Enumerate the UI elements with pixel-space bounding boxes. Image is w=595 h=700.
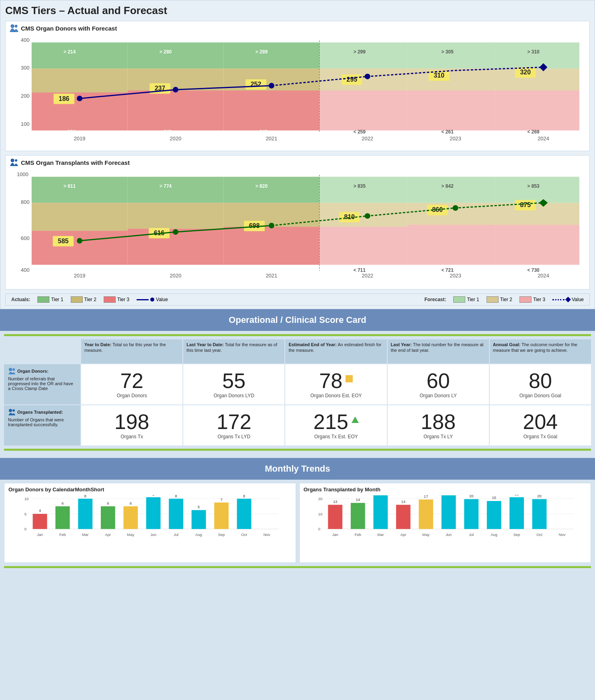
- tier3-forecast-label: Tier 3: [533, 297, 545, 302]
- value-forecast-diamond: [565, 297, 571, 302]
- scorecard-row-label-transplants: Organs Transplanted: Number of Organs th…: [4, 405, 80, 445]
- svg-text:6: 6: [107, 501, 109, 505]
- svg-text:Jun: Jun: [446, 532, 452, 537]
- scorecard-cell-donors-eoy: 78 Organ Donors Est. EOY: [285, 364, 386, 404]
- svg-rect-66: [32, 177, 128, 203]
- scorecard-cell-tx-ly: 188 Organs Tx LY: [388, 405, 489, 445]
- svg-rect-79: [407, 203, 495, 225]
- svg-rect-11: [128, 90, 224, 131]
- monthly-transplants-chart: Organs Transplanted by Month 20 10 0 13 …: [299, 483, 591, 563]
- svg-text:800: 800: [21, 199, 30, 205]
- svg-text:Feb: Feb: [354, 532, 361, 537]
- transplants-row-header: Organs Transplanted:: [8, 409, 76, 416]
- bar-feb-tx: [350, 503, 365, 529]
- svg-rect-80: [407, 225, 495, 265]
- svg-text:400: 400: [21, 37, 30, 43]
- svg-point-109: [77, 238, 82, 244]
- svg-text:8: 8: [84, 495, 86, 498]
- svg-rect-20: [407, 90, 495, 131]
- svg-rect-82: [495, 203, 579, 225]
- scorecard-cell-tx-goal: 204 Organs Tx Goal: [490, 405, 591, 445]
- svg-text:5: 5: [198, 505, 200, 509]
- svg-text:2021: 2021: [266, 135, 277, 142]
- svg-text:6: 6: [61, 501, 63, 505]
- donors-chart-block: CMS Organ Donors with Forecast 400 300 2…: [5, 21, 590, 151]
- svg-text:2024: 2024: [538, 135, 549, 142]
- scorecard-col-header-lytd: Last Year to Date: Total for the measure…: [183, 339, 284, 363]
- donors-lytd-sub: Organ Donors LYD: [214, 393, 254, 398]
- bar-jul-tx: [464, 499, 478, 529]
- svg-point-112: [365, 213, 370, 219]
- monthly-donors-title: Organ Donors by CalendarMonthShort: [8, 487, 292, 493]
- donors-row-title: Organ Donors:: [17, 369, 49, 374]
- svg-text:0: 0: [25, 527, 27, 531]
- svg-text:Oct: Oct: [536, 532, 542, 537]
- svg-text:< 249: < 249: [256, 129, 268, 135]
- monthly-charts-row: Organ Donors by CalendarMonthShort 10 5 …: [0, 483, 595, 563]
- bar-mar-tx: [373, 495, 388, 529]
- svg-text:Nov: Nov: [264, 532, 270, 537]
- bar-jul-donors: [169, 499, 183, 529]
- svg-rect-81: [495, 177, 579, 203]
- donors-ly-sub: Organ Donors LY: [419, 393, 457, 398]
- svg-text:320: 320: [520, 69, 531, 76]
- legend-tier3-forecast: Tier 3: [519, 296, 545, 303]
- svg-text:< 684: < 684: [159, 267, 172, 273]
- svg-rect-7: [32, 68, 128, 92]
- tier3-actual-label: Tier 3: [117, 297, 129, 302]
- scorecard-col-header-ly: Last Year: The total number for the meas…: [388, 339, 489, 363]
- monthly-transplants-title: Organs Transplanted by Month: [304, 487, 587, 493]
- svg-text:0: 0: [318, 527, 320, 531]
- bar-jan-tx: [328, 505, 342, 529]
- donors-eoy-indicator: [346, 375, 353, 382]
- svg-text:698: 698: [249, 222, 260, 229]
- svg-text:Nov: Nov: [558, 532, 565, 537]
- value-actual-line: [137, 299, 149, 300]
- value-actual-dot: [150, 298, 154, 302]
- svg-point-111: [269, 223, 274, 228]
- scorecard-col-header-eoy: Estimated End of Year: An estimated fini…: [285, 339, 386, 363]
- svg-text:200: 200: [21, 93, 30, 99]
- legend-tier1-forecast: Tier 1: [453, 296, 479, 303]
- svg-text:600: 600: [21, 235, 30, 241]
- tier3-actual-box: [104, 296, 116, 303]
- svg-rect-21: [495, 43, 579, 69]
- bar-may-tx: [419, 499, 433, 529]
- donors-eoy-value: 78: [319, 370, 343, 391]
- bar-sep-donors: [214, 503, 229, 529]
- tx-ytd-value: 198: [115, 411, 149, 432]
- tier3-forecast-box: [519, 296, 532, 303]
- svg-rect-19: [407, 68, 495, 90]
- svg-text:< 269: < 269: [528, 129, 540, 135]
- svg-text:< 721: < 721: [442, 267, 454, 273]
- svg-text:Oct: Oct: [241, 532, 247, 537]
- svg-rect-12: [223, 43, 319, 69]
- bar-aug-donors: [192, 510, 206, 529]
- svg-text:875: 875: [520, 201, 531, 208]
- tx-goal-sub: Organs Tx Goal: [523, 434, 557, 439]
- svg-rect-6: [32, 43, 128, 69]
- svg-point-124: [12, 409, 15, 412]
- scorecard-rows: Organ Donors: Number of referrals that p…: [4, 364, 591, 445]
- bar-sep-tx: [509, 497, 524, 529]
- transplants-chart-block: CMS Organ Transplants with Forecast 1000…: [5, 155, 590, 289]
- svg-text:< 711: < 711: [354, 267, 366, 273]
- svg-text:> 820: > 820: [256, 183, 268, 189]
- donors-row-desc: Number of referrals that progressed into…: [8, 376, 76, 391]
- svg-text:2023: 2023: [450, 273, 461, 279]
- svg-text:2020: 2020: [170, 273, 182, 279]
- donors-chart-title: CMS Organ Donors with Forecast: [21, 25, 117, 32]
- bar-apr-donors: [101, 506, 115, 529]
- svg-point-49: [77, 96, 82, 101]
- legend-tier2-forecast: Tier 2: [487, 296, 512, 303]
- bar-jun-tx: [441, 495, 456, 529]
- svg-text:Jun: Jun: [150, 532, 156, 537]
- donors-row-icon: [8, 367, 15, 375]
- transplants-chart-svg: 1000 800 600 400: [10, 168, 585, 285]
- svg-text:100: 100: [21, 121, 30, 127]
- tx-eoy-sub: Organs Tx Est. EOY: [314, 434, 358, 439]
- svg-text:> 310: > 310: [528, 49, 540, 55]
- scorecard-col-header-ytd: Year to Date: Total so far this year for…: [81, 339, 182, 363]
- forecast-label: Forecast:: [424, 297, 446, 302]
- svg-text:> 289: > 289: [256, 49, 268, 55]
